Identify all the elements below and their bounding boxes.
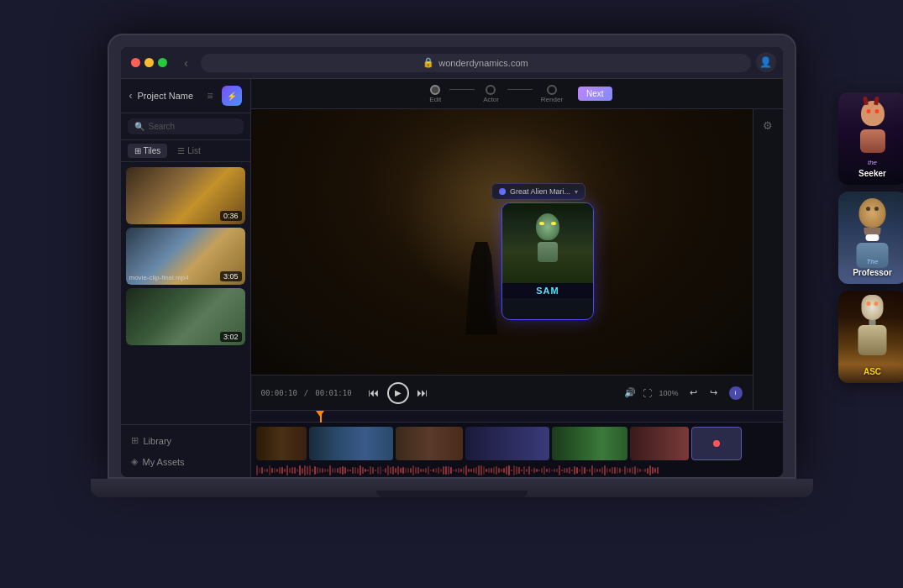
waveform-bar — [302, 468, 303, 474]
url-bar[interactable]: 🔒 wonderdynamics.com — [201, 54, 751, 72]
waveform-bar — [279, 467, 281, 475]
thumbnail-street: 3:02 — [126, 288, 245, 345]
next-button[interactable]: Next — [578, 87, 612, 101]
waveform-bar — [276, 469, 278, 471]
playhead[interactable] — [320, 411, 322, 423]
waveform-bar — [576, 467, 578, 474]
step-edit[interactable]: Edit — [421, 85, 449, 103]
waveform-bar — [501, 469, 502, 471]
waveform-bar — [354, 467, 356, 474]
step-actor[interactable]: Actor — [475, 85, 507, 103]
redo-button[interactable]: ↪ — [706, 385, 722, 402]
char-card-professor[interactable]: The Professor — [838, 192, 904, 284]
waveform-bar — [584, 467, 585, 475]
info-badge[interactable]: i — [729, 386, 743, 400]
waveform-bar — [513, 465, 515, 475]
tiles-view-button[interactable]: ⊞ Tiles — [128, 144, 168, 158]
fullscreen-icon[interactable]: ⛶ — [643, 388, 652, 398]
timestamp-badge: 0:36 — [220, 211, 242, 221]
char-card-seeker[interactable]: the Seeker — [838, 92, 904, 185]
waveform-bar — [551, 470, 553, 472]
character-selector[interactable]: Great Alien Mari... ▾ — [491, 183, 585, 200]
waveform-bar — [480, 465, 482, 475]
skip-forward-button[interactable]: ⏭ — [414, 385, 431, 402]
top-toolbar: Edit Actor Render Next — [251, 79, 783, 109]
volume-icon[interactable]: 🔊 — [624, 387, 636, 398]
time-total: 00:01:10 — [315, 389, 351, 397]
minimize-button[interactable] — [144, 58, 154, 67]
sidebar-footer: ⊞ Library ◈ My Assets — [121, 424, 250, 477]
asc-head — [862, 295, 884, 320]
waveform-bar — [347, 469, 349, 472]
thumbnail-item[interactable]: 3:02 — [126, 288, 245, 345]
traffic-lights — [131, 58, 167, 67]
timeline-area — [251, 410, 783, 477]
settings-icon[interactable]: ⚙ — [759, 116, 777, 134]
waveform-bar — [619, 468, 621, 473]
waveform-bar — [566, 468, 568, 474]
floating-char-card[interactable]: SAM — [501, 202, 594, 320]
waveform-bar — [521, 470, 522, 471]
user-avatar[interactable]: 👤 — [756, 52, 776, 72]
step-label-render: Render — [541, 96, 563, 103]
step-circle-actor — [486, 85, 496, 95]
lock-icon: 🔒 — [423, 57, 434, 68]
track-clip-4[interactable] — [465, 427, 549, 460]
video-player[interactable]: Great Alien Mari... ▾ — [251, 109, 753, 375]
play-button[interactable]: ▶ — [387, 382, 409, 404]
back-icon[interactable]: ‹ — [179, 55, 194, 71]
list-view-button[interactable]: ☰ List — [171, 144, 207, 158]
play-controls: ⏮ ▶ ⏭ — [365, 382, 431, 404]
timeline-ruler — [251, 411, 783, 423]
waveform-bar — [589, 469, 591, 472]
close-button[interactable] — [131, 58, 140, 67]
waveform-bar — [637, 468, 638, 474]
thumbnail-item[interactable]: 0:36 — [126, 167, 245, 224]
workflow-steps: Edit Actor Render Next — [421, 85, 612, 103]
asc-figure — [845, 295, 900, 366]
track-clip-active[interactable] — [691, 427, 742, 460]
skip-back-button[interactable]: ⏮ — [365, 385, 382, 402]
waveform-bar — [491, 468, 492, 473]
fullscreen-button[interactable] — [158, 58, 167, 67]
waveform-bar — [458, 468, 459, 473]
char-card-asc[interactable]: ASC — [838, 291, 904, 383]
waveform-bar — [596, 469, 598, 473]
sidebar-back-icon[interactable]: ‹ — [129, 90, 133, 102]
waveform-bar — [574, 466, 575, 475]
track-clip-6[interactable] — [630, 427, 689, 460]
waveform-bar — [349, 470, 351, 471]
undo-button[interactable]: ↩ — [685, 385, 702, 402]
thumbnail-item[interactable]: movie-clip-final.mp4 3:05 — [126, 228, 245, 285]
alien-eye-left — [539, 222, 544, 225]
step-render[interactable]: Render — [533, 85, 571, 103]
waveform-bar — [581, 466, 583, 475]
waveform-bar — [407, 468, 409, 473]
waveform-bar — [629, 468, 631, 472]
search-box[interactable]: 🔍 Search — [128, 118, 244, 134]
view-toggle: ⊞ Tiles ☰ List — [121, 140, 250, 162]
waveform-bar — [601, 467, 603, 474]
filename-label: movie-clip-final.mp4 — [129, 274, 189, 281]
track-clip-3[interactable] — [396, 427, 463, 460]
waveform-bar — [266, 469, 268, 472]
waveform-bar — [357, 468, 359, 474]
waveform-bar — [463, 467, 465, 474]
library-item[interactable]: ⊞ Library — [128, 432, 244, 449]
sidebar-menu-icon[interactable]: ≡ — [207, 90, 213, 102]
track-clip-5[interactable] — [552, 427, 627, 460]
waveform-bar — [423, 469, 424, 472]
waveform-bar — [365, 469, 366, 471]
list-label: List — [187, 146, 201, 155]
waveform-bar — [372, 467, 374, 474]
seeker-subtitle: the — [838, 159, 904, 166]
step-label-edit: Edit — [429, 96, 441, 103]
waveform-bar — [385, 468, 386, 472]
track-clip-2[interactable] — [309, 427, 393, 460]
track-clip-1[interactable] — [256, 427, 307, 460]
waveform-bar — [508, 465, 510, 475]
waveform-bar — [639, 469, 641, 471]
my-assets-item[interactable]: ◈ My Assets — [128, 453, 244, 470]
seeker-name: Seeker — [838, 169, 904, 178]
seeker-figure — [848, 101, 898, 164]
